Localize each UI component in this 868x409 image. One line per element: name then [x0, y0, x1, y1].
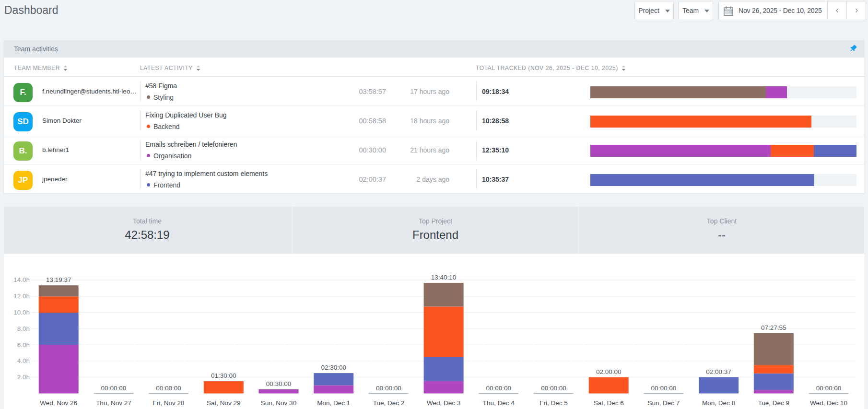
svg-text:Sun, Dec 7: Sun, Dec 7 [648, 399, 680, 407]
svg-text:Sat, Nov 29: Sat, Nov 29 [207, 399, 241, 407]
svg-text:02:00:00: 02:00:00 [596, 368, 622, 375]
svg-text:Wed, Nov 26: Wed, Nov 26 [40, 399, 77, 407]
svg-text:Thu, Dec 4: Thu, Dec 4 [483, 399, 515, 407]
svg-text:Sun, Nov 30: Sun, Nov 30 [261, 399, 296, 407]
svg-text:00:00:00: 00:00:00 [651, 385, 677, 392]
svg-text:10.0h: 10.0h [13, 309, 30, 316]
svg-text:Mon, Dec 8: Mon, Dec 8 [702, 399, 735, 407]
svg-text:Fri, Dec 5: Fri, Dec 5 [540, 399, 568, 407]
svg-text:6.0h: 6.0h [17, 341, 30, 349]
svg-text:00:00:00: 00:00:00 [486, 385, 512, 392]
svg-text:00:00:00: 00:00:00 [376, 385, 401, 392]
svg-text:Tue, Dec 2: Tue, Dec 2 [373, 399, 405, 407]
svg-text:Fri, Nov 28: Fri, Nov 28 [153, 399, 185, 407]
svg-text:Sat, Dec 6: Sat, Dec 6 [594, 399, 624, 407]
svg-text:Wed, Dec 3: Wed, Dec 3 [427, 399, 460, 407]
svg-text:13:40:10: 13:40:10 [431, 274, 457, 281]
svg-text:01:30:00: 01:30:00 [211, 372, 236, 379]
svg-text:00:30:00: 00:30:00 [266, 380, 292, 387]
svg-text:02:00:37: 02:00:37 [706, 368, 731, 375]
svg-text:12.0h: 12.0h [13, 292, 30, 300]
svg-text:Thu, Nov 27: Thu, Nov 27 [96, 399, 131, 407]
svg-text:Wed, Dec 10: Wed, Dec 10 [810, 399, 847, 407]
svg-text:00:00:00: 00:00:00 [101, 385, 127, 392]
svg-text:14.0h: 14.0h [13, 276, 30, 283]
svg-text:Mon, Dec 1: Mon, Dec 1 [317, 399, 350, 407]
svg-text:07:27:55: 07:27:55 [761, 324, 786, 331]
svg-text:00:00:00: 00:00:00 [541, 385, 566, 392]
svg-text:8.0h: 8.0h [17, 325, 30, 332]
svg-text:Tue, Dec 9: Tue, Dec 9 [758, 399, 790, 407]
svg-text:13:19:37: 13:19:37 [46, 276, 71, 283]
svg-text:4.0h: 4.0h [17, 357, 30, 364]
svg-text:2.0h: 2.0h [17, 374, 30, 381]
svg-text:00:00:00: 00:00:00 [156, 385, 181, 392]
svg-text:00:00:00: 00:00:00 [816, 385, 842, 392]
svg-text:02:30:00: 02:30:00 [321, 364, 346, 371]
